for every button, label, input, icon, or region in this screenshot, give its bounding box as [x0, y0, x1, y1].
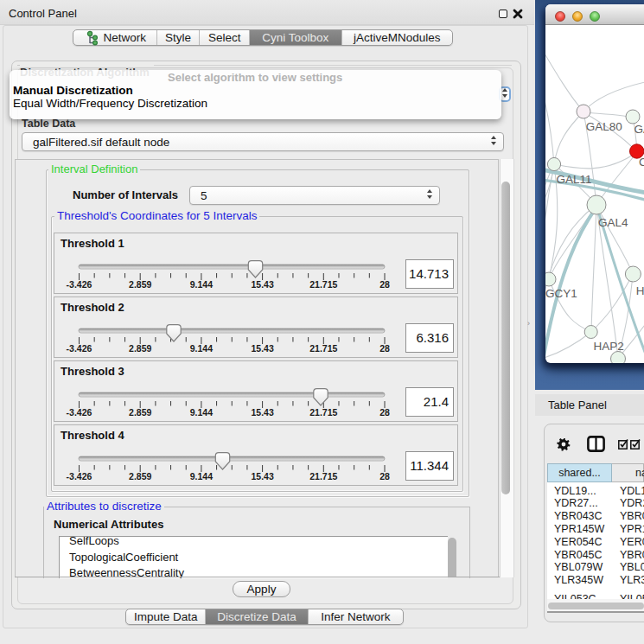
svg-text:21.715: 21.715 — [309, 279, 337, 290]
svg-text:-3.426: -3.426 — [67, 343, 92, 354]
svg-text:9.144: 9.144 — [190, 343, 213, 354]
svg-text:28: 28 — [379, 279, 390, 290]
svg-text:2.859: 2.859 — [129, 407, 151, 418]
svg-text:15.43: 15.43 — [251, 343, 273, 354]
svg-text:GCY1: GCY1 — [545, 287, 577, 300]
svg-text:C: C — [639, 156, 644, 169]
svg-text:2.859: 2.859 — [129, 343, 151, 354]
svg-text:21.715: 21.715 — [309, 343, 337, 354]
svg-text:21.715: 21.715 — [309, 407, 337, 418]
svg-text:GAL4: GAL4 — [598, 216, 628, 229]
svg-text:2.859: 2.859 — [129, 471, 151, 481]
svg-text:HAP2: HAP2 — [593, 340, 623, 353]
svg-text:28: 28 — [379, 407, 390, 418]
svg-text:15.43: 15.43 — [251, 407, 273, 418]
svg-text:GA: GA — [634, 123, 644, 136]
svg-text:GAL80: GAL80 — [586, 120, 622, 133]
svg-text:-3.426: -3.426 — [67, 471, 92, 481]
svg-text:-3.426: -3.426 — [67, 407, 92, 418]
svg-text:15.43: 15.43 — [251, 279, 273, 290]
svg-text:28: 28 — [379, 471, 390, 481]
svg-text:15.43: 15.43 — [251, 471, 273, 481]
svg-text:2.859: 2.859 — [129, 279, 151, 290]
svg-text:9.144: 9.144 — [190, 407, 213, 418]
svg-text:-3.426: -3.426 — [67, 279, 92, 290]
svg-text:GAL11: GAL11 — [557, 173, 592, 186]
svg-text:21.715: 21.715 — [309, 471, 337, 481]
svg-text:9.144: 9.144 — [190, 471, 213, 481]
svg-text:9.144: 9.144 — [190, 279, 213, 290]
svg-text:H: H — [636, 284, 644, 297]
svg-text:28: 28 — [379, 343, 390, 354]
